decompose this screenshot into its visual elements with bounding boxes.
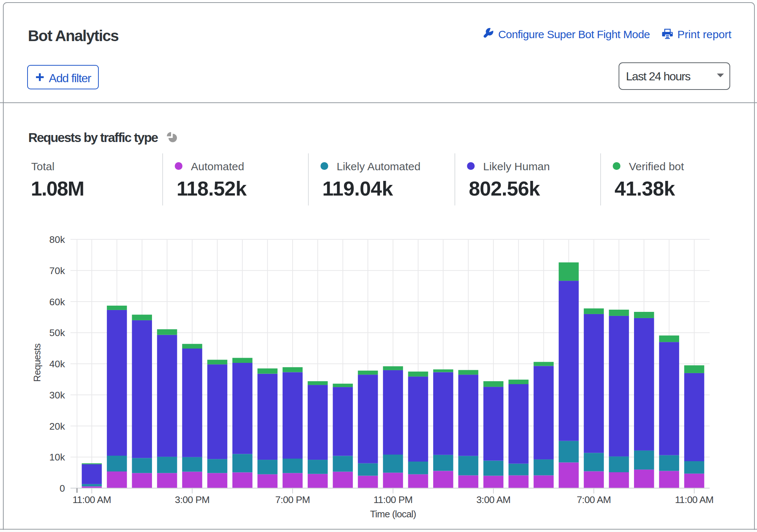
svg-text:30k: 30k xyxy=(49,390,65,401)
svg-text:Print report: Print report xyxy=(677,28,732,40)
svg-text:7:00 PM: 7:00 PM xyxy=(275,494,310,505)
svg-text:118.52k: 118.52k xyxy=(177,177,247,200)
svg-text:Last 24 hours: Last 24 hours xyxy=(626,70,691,83)
svg-text:Configure Super Bot Fight Mode: Configure Super Bot Fight Mode xyxy=(498,28,650,40)
svg-text:20k: 20k xyxy=(49,421,65,432)
svg-text:11:00 AM: 11:00 AM xyxy=(675,494,713,505)
svg-text:Time (local): Time (local) xyxy=(370,509,416,520)
svg-text:60k: 60k xyxy=(49,296,65,307)
svg-text:Requests by traffic type: Requests by traffic type xyxy=(28,130,158,145)
svg-text:0: 0 xyxy=(59,483,65,494)
svg-text:119.04k: 119.04k xyxy=(322,177,393,200)
svg-text:Automated: Automated xyxy=(191,160,244,172)
svg-text:802.56k: 802.56k xyxy=(469,177,540,200)
svg-text:Verified bot: Verified bot xyxy=(629,160,684,172)
svg-text:1.08M: 1.08M xyxy=(31,177,84,200)
svg-text:Requests: Requests xyxy=(32,343,43,382)
svg-text:Likely Automated: Likely Automated xyxy=(337,160,420,172)
svg-text:Total: Total xyxy=(31,160,54,172)
svg-text:3:00 PM: 3:00 PM xyxy=(175,494,210,505)
svg-text:11:00 AM: 11:00 AM xyxy=(72,494,111,505)
svg-text:80k: 80k xyxy=(49,234,65,245)
svg-text:Likely Human: Likely Human xyxy=(483,160,550,172)
svg-text:7:00 AM: 7:00 AM xyxy=(577,494,611,505)
svg-text:41.38k: 41.38k xyxy=(615,177,675,200)
svg-text:70k: 70k xyxy=(49,265,65,276)
svg-text:50k: 50k xyxy=(49,327,65,338)
svg-text:Add filter: Add filter xyxy=(49,72,91,85)
svg-text:10k: 10k xyxy=(49,452,65,463)
svg-text:40k: 40k xyxy=(49,358,65,369)
svg-text:11:00 PM: 11:00 PM xyxy=(373,494,413,505)
svg-text:3:00 AM: 3:00 AM xyxy=(476,494,510,505)
svg-text:Bot Analytics: Bot Analytics xyxy=(28,27,119,44)
